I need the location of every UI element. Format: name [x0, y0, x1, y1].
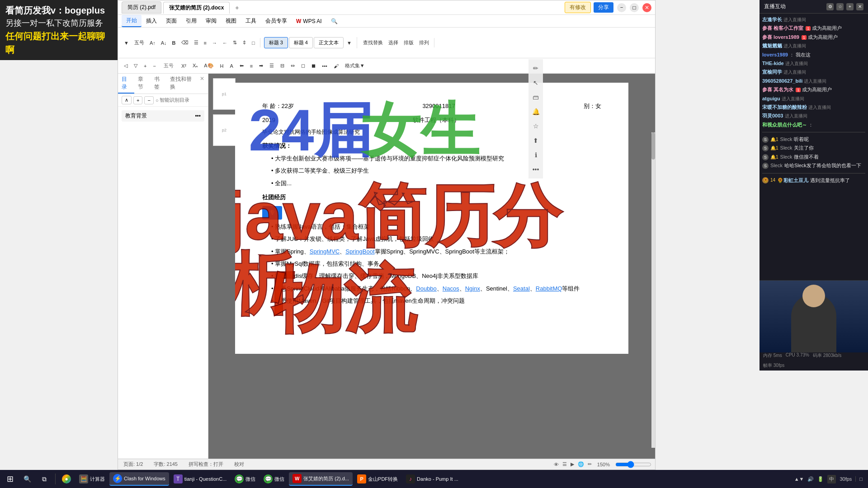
panel-tab-search[interactable]: 查找和替换 [166, 74, 196, 94]
status-spell[interactable]: 拼写检查：打开 [187, 461, 225, 468]
ribbon-start[interactable]: 开始 [122, 15, 142, 27]
shading-btn[interactable]: ◼ [309, 61, 318, 70]
superscript[interactable]: Xₙ [190, 61, 200, 70]
nav-add-btn[interactable]: + [133, 96, 142, 104]
zoom-in[interactable]: + [142, 62, 149, 70]
indent-less[interactable]: ← [220, 39, 230, 47]
tray-show-desktop[interactable]: □ [855, 476, 863, 482]
style-more[interactable]: ▼ [344, 39, 354, 47]
nav-minus-btn[interactable]: − [144, 96, 153, 104]
taskbar-wechat1[interactable]: 💬 微信 [231, 473, 259, 485]
taskbar-taskview[interactable]: ⧉ [36, 473, 52, 485]
rt-notification-icon[interactable]: 🔔 [530, 106, 541, 117]
tray-lang-icon[interactable]: 中 [827, 475, 836, 483]
align-center[interactable]: ≡ [248, 62, 255, 70]
text-border[interactable]: □ [250, 39, 257, 47]
panel-section-edu[interactable]: 教育背景 ••• [122, 110, 204, 122]
ribbon-review[interactable]: 审阅 [201, 15, 221, 27]
col-layout[interactable]: ⊟ [278, 61, 287, 70]
chat-star-icon[interactable]: ☆ [836, 3, 844, 10]
text-direction[interactable]: ⇅ [231, 38, 239, 47]
panel-tab-bookmark[interactable]: 书签 [151, 74, 167, 94]
indent-more[interactable]: → [210, 39, 219, 47]
ribbon-member[interactable]: 会员专享 [261, 15, 292, 27]
taskbar-calculator[interactable]: 🧮 计算器 [75, 473, 108, 485]
tray-volume-icon[interactable]: 🔊 [807, 476, 814, 482]
justify[interactable]: ☰ [267, 61, 276, 70]
font-clear[interactable]: ⌫ [179, 38, 191, 47]
status-proofread[interactable]: 校对 [232, 461, 246, 468]
springmvc-link[interactable]: SpringMVC [310, 248, 340, 255]
scrollbar-thumb[interactable] [651, 132, 655, 160]
subscript[interactable]: X² [179, 62, 189, 70]
font-bold[interactable]: B [170, 39, 178, 47]
select-btn[interactable]: 选择 [386, 38, 401, 47]
share-btn[interactable]: 分享 [594, 2, 613, 13]
maximize-btn[interactable]: □ [630, 3, 639, 12]
style-h4[interactable]: 标题 4 [289, 37, 313, 48]
status-list-icon[interactable]: ☰ [562, 461, 567, 467]
nacos-link[interactable]: Nacos [443, 285, 459, 292]
list-ordered[interactable]: ≡ [202, 39, 209, 47]
chat-close-icon[interactable]: ✕ [856, 3, 863, 10]
rt-star-icon[interactable]: ☆ [530, 121, 541, 131]
nav-down[interactable]: ▽ [132, 61, 140, 70]
taskbar-tianji[interactable]: T tianji - QuestionC... [170, 473, 231, 485]
doc-area[interactable]: p1 p2 年 龄：22岁 3290011817 别：女 2019 软件工程（本… [208, 74, 655, 459]
format-painter[interactable]: 🖌 [331, 62, 341, 70]
rt-database-icon[interactable]: 🗃 [530, 92, 541, 103]
status-globe-icon[interactable]: 🌐 [578, 461, 584, 467]
has-change-btn[interactable]: 有修改 [565, 2, 591, 13]
taskbar-music[interactable]: ♪ Danko - Pump It ... [402, 473, 462, 485]
font-color[interactable]: A🎨 [202, 61, 216, 70]
seatal-link[interactable]: Seatal [513, 285, 530, 292]
ribbon-view[interactable]: 视图 [221, 15, 241, 27]
springboot-link[interactable]: SpringBoot [345, 248, 374, 255]
chat-add-icon[interactable]: + [846, 3, 854, 10]
taskbar-clash[interactable]: ⚡ Clash for Windows [109, 472, 169, 486]
border-btn[interactable]: ◻ [299, 61, 307, 70]
tab-docx[interactable]: 张艾婧的简历 (2).docx [163, 2, 230, 14]
ribbon-tools[interactable]: 工具 [241, 15, 261, 27]
highlight[interactable]: H [218, 62, 226, 70]
ribbon-ref[interactable]: 引用 [181, 15, 201, 27]
zoom-slider[interactable] [615, 461, 651, 468]
tab-pdf[interactable]: 简历 (2).pdf [122, 1, 161, 14]
style-body[interactable]: 正文文本 [314, 37, 344, 48]
sort-btn[interactable]: 排列 [417, 38, 431, 47]
panel-close-btn[interactable]: ✕ [196, 74, 208, 94]
rt-share-icon[interactable]: ⬆ [530, 135, 541, 146]
ribbon-wps-ai[interactable]: W WPS AI [292, 16, 326, 26]
ribbon-search-btn[interactable]: 🔍 [326, 16, 342, 26]
doc-scrollbar[interactable] [651, 132, 655, 448]
minimize-btn[interactable]: － [617, 3, 626, 12]
font-size-up[interactable]: A↑ [147, 39, 158, 47]
status-eye-icon[interactable]: 👁 [554, 462, 559, 467]
ribbon-page[interactable]: 页面 [161, 15, 181, 27]
font-size-select[interactable]: ▼ [122, 39, 131, 47]
zoom-out[interactable]: − [151, 62, 158, 70]
rt-info-icon[interactable]: ℹ [530, 150, 541, 160]
font-size-down[interactable]: A↓ [159, 39, 169, 47]
taskbar-wps-pdf[interactable]: P 金山PDF转换 [354, 473, 401, 485]
tray-network-icon[interactable]: ▲▼ [794, 476, 804, 482]
taskbar-wps-doc[interactable]: W 张艾婧的简历 (2).d... [289, 472, 353, 486]
format-btn[interactable]: 排版 [401, 38, 416, 47]
close-btn[interactable]: ✕ [642, 3, 651, 12]
rabbitmq-link[interactable]: RabbitMQ [536, 285, 562, 292]
para-spacing[interactable]: ⇔ [288, 61, 297, 70]
style-h3[interactable]: 标题 3 [264, 37, 288, 48]
style-format-btn[interactable]: 格式集▼ [343, 61, 367, 70]
border-color[interactable]: A [228, 62, 236, 70]
chat-settings-icon[interactable]: ⚙ [826, 3, 834, 10]
taskbar-search[interactable]: 🔍 [19, 473, 35, 485]
taskbar-chrome[interactable]: ● [58, 473, 75, 485]
line-spacing[interactable]: ⇕ [240, 38, 249, 47]
tray-battery-icon[interactable]: 🔋 [817, 476, 824, 482]
ai-detect-btn[interactable]: ○ 智能识别目录 [156, 97, 189, 103]
rt-more-icon[interactable]: ••• [530, 164, 541, 175]
tab-add-btn[interactable]: + [231, 2, 242, 13]
status-edit-icon[interactable]: ✏ [588, 461, 592, 467]
more-format[interactable]: ••• [320, 62, 330, 70]
taskbar-start[interactable]: ⊞ [2, 473, 18, 485]
